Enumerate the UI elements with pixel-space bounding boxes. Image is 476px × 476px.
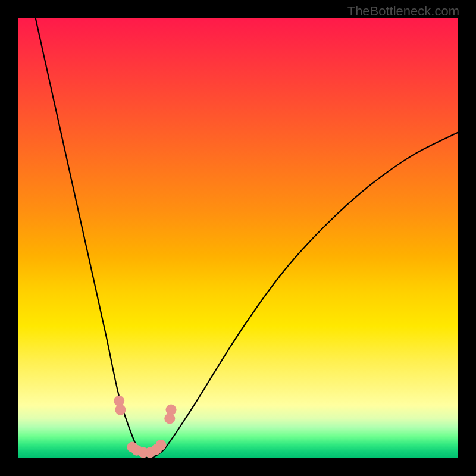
curve-layer <box>36 18 458 458</box>
bottleneck-curve <box>36 18 458 458</box>
watermark-text: TheBottleneck.com <box>347 4 459 19</box>
marker-layer <box>114 396 176 458</box>
highlight-marker <box>156 440 167 450</box>
highlight-marker <box>115 405 126 415</box>
highlight-marker <box>166 405 177 415</box>
chart-svg <box>18 18 458 458</box>
